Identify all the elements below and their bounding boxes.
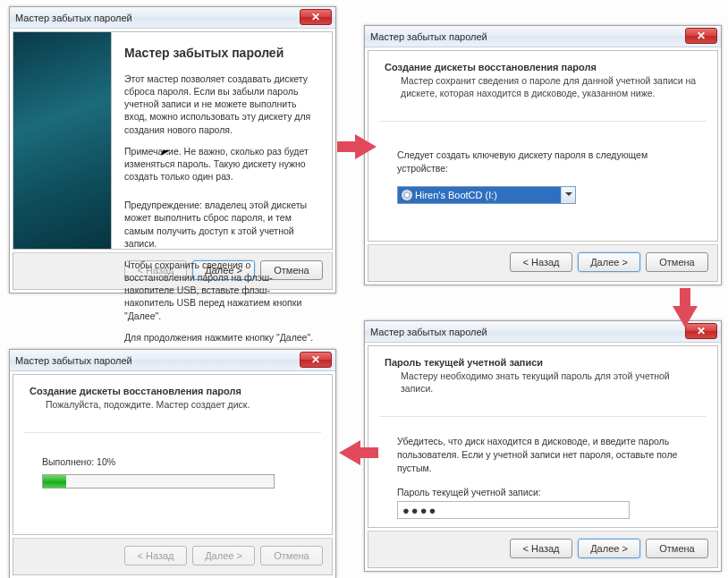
- wizard-side-image: [13, 32, 112, 249]
- titlebar[interactable]: Мастер забытых паролей ✕: [10, 350, 335, 371]
- wizard-heading: Мастер забытых паролей: [124, 45, 319, 62]
- window-title: Мастер забытых паролей: [15, 355, 132, 366]
- step-subtext: Пожалуйста, подождите. Мастер создает ди…: [30, 398, 316, 411]
- wizard-dialog-intro: Мастер забытых паролей ✕ Мастер забытых …: [9, 6, 336, 293]
- progress-area: Выполнено: 10%: [24, 447, 321, 497]
- flow-arrow-right-icon: [355, 134, 377, 159]
- flow-arrow-left-icon: [339, 440, 360, 465]
- client-area: Мастер забытых паролей Этот мастер позво…: [13, 31, 333, 250]
- step-heading: Создание дискеты восстановления пароля: [385, 62, 701, 72]
- step-heading: Пароль текущей учетной записи: [385, 357, 701, 368]
- step-header: Пароль текущей учетной записи Мастеру не…: [379, 357, 707, 404]
- close-icon: ✕: [311, 12, 320, 22]
- password-label: Пароль текущей учетной записи:: [379, 480, 707, 497]
- password-input[interactable]: ●●●●: [397, 501, 630, 519]
- titlebar[interactable]: Мастер забытых паролей ✕: [10, 7, 335, 29]
- intro-warning: Предупреждение: владелец этой дискеты мо…: [124, 199, 319, 250]
- titlebar[interactable]: Мастер забытых паролей ✕: [365, 321, 721, 343]
- titlebar[interactable]: Мастер забытых паролей ✕: [365, 26, 721, 47]
- cancel-button[interactable]: Отмена: [646, 539, 708, 558]
- separator: [379, 121, 707, 122]
- button-row: < Назад Далее > Отмена: [368, 244, 718, 282]
- separator: [379, 416, 707, 417]
- back-button[interactable]: < Назад: [510, 539, 572, 558]
- progress-fill: [43, 475, 66, 488]
- cancel-button: Отмена: [260, 546, 323, 565]
- combobox-value: Hiren's BootCD (I:): [415, 190, 497, 200]
- disc-icon: [402, 190, 412, 200]
- intro-paragraph-2: Примечание. Не важно, сколько раз будет …: [124, 145, 319, 183]
- step-header: Создание дискеты восстановления пароля М…: [379, 62, 707, 108]
- close-button[interactable]: ✕: [685, 28, 717, 44]
- close-button[interactable]: ✕: [300, 352, 332, 368]
- client-area: Пароль текущей учетной записи Мастеру не…: [368, 345, 718, 528]
- separator: [24, 432, 321, 433]
- intro-paragraph-1: Этот мастер позволяет создавать дискету …: [124, 72, 319, 136]
- client-area: Создание дискеты восстановления пароля П…: [13, 374, 333, 535]
- client-area: Создание дискеты восстановления пароля М…: [368, 50, 718, 242]
- progress-label: Выполнено: 10%: [42, 456, 303, 467]
- button-row: < Назад Далее > Отмена: [368, 531, 718, 568]
- chevron-down-icon[interactable]: [561, 187, 575, 203]
- close-button[interactable]: ✕: [300, 9, 332, 25]
- step-heading: Создание дискеты восстановления пароля: [30, 386, 316, 396]
- close-icon: ✕: [697, 30, 706, 41]
- flow-arrow-down-icon: [673, 306, 698, 327]
- password-instruction: Убедитесь, что диск находится в дисковод…: [379, 429, 707, 480]
- wizard-dialog-progress: Мастер забытых паролей ✕ Создание дискет…: [9, 349, 336, 578]
- button-row: < Назад Далее > Отмена: [13, 538, 333, 575]
- close-icon: ✕: [311, 354, 320, 365]
- intro-usb-note: Чтобы сохранить сведения о восстановлени…: [124, 259, 319, 322]
- back-button[interactable]: < Назад: [510, 252, 572, 272]
- cancel-button[interactable]: Отмена: [646, 252, 708, 272]
- back-button: < Назад: [124, 546, 187, 565]
- password-mask: ●●●●: [402, 504, 437, 517]
- wizard-dialog-device: Мастер забытых паролей ✕ Создание дискет…: [364, 25, 722, 285]
- step-header: Создание дискеты восстановления пароля П…: [24, 386, 321, 420]
- step-subtext: Мастеру необходимо знать текущий пароль …: [385, 370, 701, 395]
- combobox-selection: Hiren's BootCD (I:): [398, 187, 561, 203]
- wizard-dialog-password: Мастер забытых паролей ✕ Пароль текущей …: [364, 320, 722, 572]
- window-title: Мастер забытых паролей: [15, 13, 132, 23]
- device-instruction: Следует создать ключевую дискету пароля …: [379, 143, 707, 180]
- window-title: Мастер забытых паролей: [370, 327, 487, 337]
- close-icon: ✕: [697, 326, 706, 336]
- next-button[interactable]: Далее >: [578, 252, 640, 272]
- intro-continue: Для продолжения нажмите кнопку "Далее".: [124, 331, 319, 344]
- device-combobox[interactable]: Hiren's BootCD (I:): [397, 186, 576, 204]
- next-button: Далее >: [192, 546, 255, 565]
- next-button[interactable]: Далее >: [578, 539, 640, 558]
- window-title: Мастер забытых паролей: [370, 31, 487, 42]
- wizard-text: Мастер забытых паролей Этот мастер позво…: [112, 32, 332, 249]
- progress-bar: [42, 474, 275, 489]
- step-subtext: Мастер сохранит сведения о пароле для да…: [385, 74, 701, 99]
